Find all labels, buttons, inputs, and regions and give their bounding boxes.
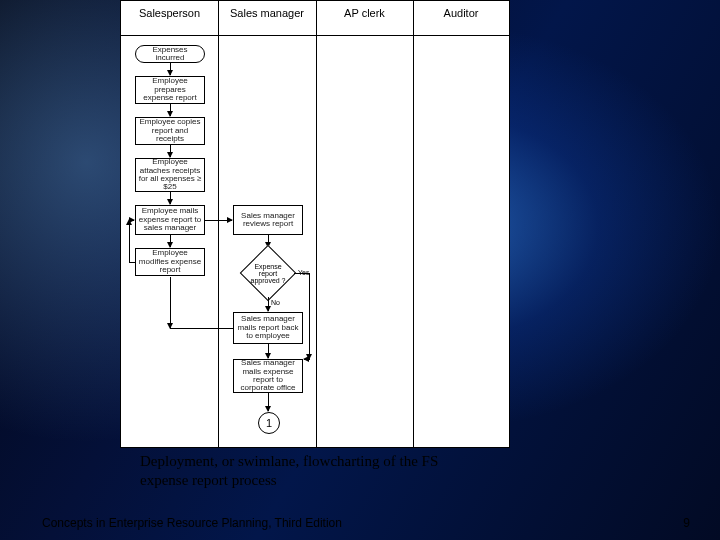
connector-line	[170, 328, 233, 329]
decision-label: Expense report approved ?	[240, 245, 296, 301]
arrow	[268, 393, 269, 411]
figure-caption: Deployment, or swimlane, flowcharting of…	[140, 452, 470, 490]
arrow	[170, 104, 171, 116]
node-expenses-incurred: Expenses incurred	[135, 45, 205, 63]
lane-divider	[218, 1, 219, 447]
lane-header-auditor: Auditor	[413, 7, 509, 19]
arrow	[268, 297, 269, 311]
page-number: 9	[683, 516, 690, 530]
node-mail-back: Sales manager mails report back to emplo…	[233, 312, 303, 344]
decision-approved: Expense report approved ?	[240, 245, 296, 301]
lane-header-salesperson: Salesperson	[121, 7, 218, 19]
arrow-up	[170, 277, 171, 328]
lane-header-ap-clerk: AP clerk	[316, 7, 413, 19]
arrow	[304, 359, 310, 360]
arrow	[170, 145, 171, 157]
decision-no-label: No	[271, 299, 280, 306]
arrow	[129, 220, 130, 262]
node-copy-report: Employee copies report and receipts	[135, 117, 205, 145]
connector-1: 1	[258, 412, 280, 434]
node-mail-to-manager: Employee mails expense report to sales m…	[135, 205, 205, 235]
arrow	[170, 235, 171, 247]
lane-divider	[316, 1, 317, 447]
swimlane-diagram: Salesperson Sales manager AP clerk Audit…	[120, 0, 510, 448]
lane-header-sales-manager: Sales manager	[218, 7, 316, 19]
node-modify-report: Employee modifies expense report	[135, 248, 205, 276]
arrow	[129, 220, 134, 221]
arrow	[268, 344, 269, 358]
connector-line	[294, 273, 310, 274]
lane-divider	[413, 1, 414, 447]
node-attach-receipts: Employee attaches receipts for all expen…	[135, 158, 205, 192]
header-separator	[121, 35, 509, 36]
arrow	[170, 63, 171, 75]
arrow	[170, 192, 171, 204]
connector-line	[309, 273, 310, 359]
node-prepare-report: Employee prepares expense report	[135, 76, 205, 104]
node-manager-reviews: Sales manager reviews report	[233, 205, 303, 235]
node-mail-corporate: Sales manager mails expense report to co…	[233, 359, 303, 393]
footer-text: Concepts in Enterprise Resource Planning…	[42, 516, 342, 530]
arrow	[205, 220, 232, 221]
connector-line	[129, 262, 135, 263]
